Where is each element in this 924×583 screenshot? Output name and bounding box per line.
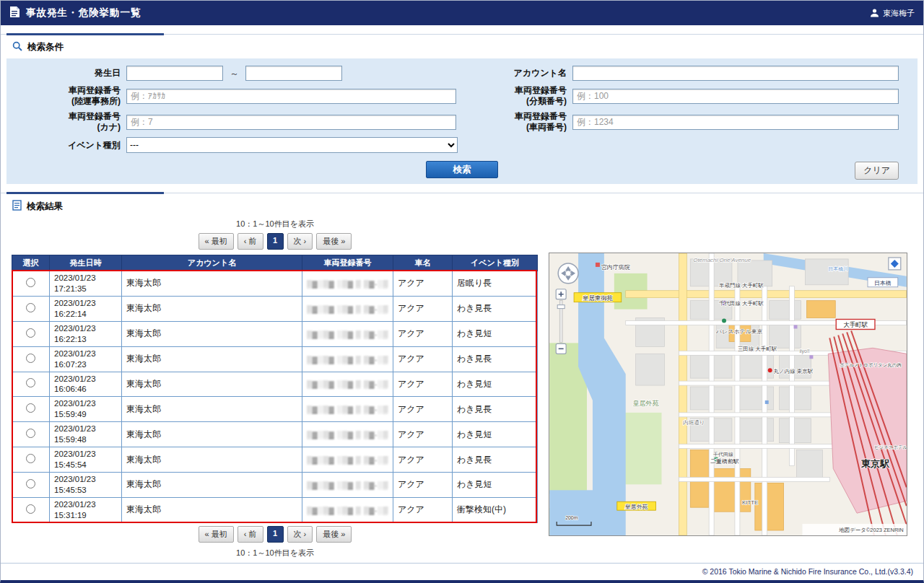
page-title: 事故発生・危険挙動一覧 — [26, 6, 141, 19]
page-last-button[interactable]: 最後 » — [316, 233, 352, 250]
page-next-button[interactable]: 次 › — [287, 526, 313, 543]
table-row: 2023/01/2315:59:48 東海太郎 ▒▓░▒▓ ░▒▓ ▒ ▒▓-░… — [12, 422, 538, 447]
event-type-cell: わき見短 — [453, 473, 538, 498]
map-panel[interactable]: 皇居東御苑 日本橋 大手町駅 皇居外苑 Otemachi One Avenue … — [549, 253, 907, 536]
select-cell[interactable] — [12, 296, 50, 321]
event-type-cell: わき見長 — [453, 397, 538, 422]
results-table-wrap: 選択 発生日時 アカウント名 車両登録番号 車名 イベント種別 2023/01/… — [12, 255, 537, 523]
map-zoom-out-button[interactable] — [556, 343, 566, 354]
datetime-cell: 2023/01/2315:45:54 — [50, 447, 122, 473]
map-zoom-in-button[interactable] — [556, 289, 566, 299]
table-header-row: 選択 発生日時 アカウント名 車両登録番号 車名 イベント種別 — [12, 255, 538, 271]
row-select-radio[interactable] — [26, 504, 35, 514]
car-name-cell: アクア — [393, 271, 453, 297]
row-select-radio[interactable] — [26, 328, 35, 338]
page-first-button[interactable]: « 最初 — [199, 233, 234, 250]
col-select: 選択 — [12, 255, 50, 271]
row-select-radio[interactable] — [26, 403, 35, 413]
reg-office-input[interactable] — [126, 89, 456, 104]
svg-text:皇居東御苑: 皇居東御苑 — [583, 294, 614, 302]
map-attribution: 地図データ©2023 ZENRIN — [802, 524, 906, 535]
registration-cell: ▒▓░▒▓ ░▒▓ ▒ ▒▓-░▒ — [302, 397, 393, 422]
svg-text:地図データ©2023 ZENRIN: 地図データ©2023 ZENRIN — [838, 527, 904, 533]
account-name-input[interactable] — [572, 66, 899, 81]
datetime-cell: 2023/01/2315:31:19 — [50, 497, 122, 522]
datetime-cell: 2023/01/2315:45:53 — [50, 473, 122, 498]
event-type-cell: わき見長 — [453, 447, 538, 473]
select-cell[interactable] — [12, 473, 50, 498]
row-select-radio[interactable] — [26, 278, 35, 287]
map-badge-nihonbashi: 日本橋 — [868, 278, 898, 287]
app-header: 事故発生・危険挙動一覧 東海梅子 — [1, 1, 923, 25]
account-cell: 東海太郎 — [122, 497, 302, 522]
reg-kana-input[interactable] — [126, 115, 456, 130]
datetime-cell: 2023/01/2315:59:49 — [50, 397, 122, 422]
select-cell[interactable] — [12, 397, 50, 422]
map-badge-otemachi-station: 大手町駅 — [836, 320, 875, 330]
svg-text:大手町駅: 大手町駅 — [843, 321, 868, 328]
map-label: 千代田線 大手町駅 — [719, 300, 764, 307]
map-label-tokyo-station: 東京駅 — [860, 458, 890, 469]
page-next-button[interactable]: 次 › — [287, 233, 313, 250]
svg-text:200m: 200m — [565, 515, 578, 520]
select-cell[interactable] — [12, 346, 50, 372]
row-select-radio[interactable] — [26, 479, 35, 488]
select-cell[interactable] — [12, 271, 50, 297]
page-prev-button[interactable]: ‹ 前 — [237, 233, 263, 250]
date-to-input[interactable] — [245, 66, 342, 81]
registration-cell: ▒▓░▒▓ ░▒▓ ▒ ▒▓-░▒ — [302, 346, 393, 372]
map-label: パレスホテル東京 — [715, 328, 763, 335]
page: 事故発生・危険挙動一覧 東海梅子 検索条件 発生日 ～ アカウント名 — [0, 0, 924, 583]
results-icon — [12, 200, 22, 213]
search-panel: 発生日 ～ アカウント名 車両登録番号 (陸運事務所) 車両登録番号 (分類番号… — [6, 58, 918, 184]
car-name-cell: アクア — [393, 397, 453, 422]
reg-kana-label: 車両登録番号 (カナ) — [12, 111, 126, 133]
row-select-radio[interactable] — [26, 378, 35, 387]
date-from-input[interactable] — [126, 66, 223, 81]
event-type-cell: わき見短 — [453, 321, 538, 346]
select-cell[interactable] — [12, 497, 50, 522]
map-zoom-slider-handle[interactable] — [557, 305, 565, 309]
page-prev-button[interactable]: ‹ 前 — [237, 526, 263, 543]
event-type-select[interactable]: --- — [126, 137, 458, 153]
table-row: 2023/01/2315:45:54 東海太郎 ▒▓░▒▓ ░▒▓ ▒ ▒▓-░… — [12, 447, 538, 473]
col-event-type: イベント種別 — [453, 255, 538, 271]
account-name-label: アカウント名 — [464, 68, 572, 79]
search-button[interactable]: 検索 — [426, 161, 498, 178]
map-pan-control[interactable] — [558, 263, 578, 284]
page-last-button[interactable]: 最後 » — [316, 526, 352, 543]
row-select-radio[interactable] — [26, 429, 35, 438]
select-cell[interactable] — [12, 372, 50, 397]
results-left: 10：1～10件目を表示 « 最初 ‹ 前 1 次 › 最後 » 選択 — [12, 218, 539, 562]
row-select-radio[interactable] — [26, 454, 35, 463]
car-name-cell: アクア — [393, 422, 453, 447]
car-name-cell: アクア — [393, 346, 453, 372]
user-area[interactable]: 東海梅子 — [870, 8, 915, 19]
select-cell[interactable] — [12, 321, 50, 346]
row-select-radio[interactable] — [26, 303, 35, 312]
table-row: 2023/01/2315:31:19 東海太郎 ▒▓░▒▓ ░▒▓ ▒ ▒▓-░… — [12, 497, 538, 522]
clear-button[interactable]: クリア — [855, 162, 899, 180]
map-label: 丸ノ内線 東京駅 — [774, 368, 814, 374]
table-row: 2023/01/2315:59:49 東海太郎 ▒▓░▒▓ ░▒▓ ▒ ▒▓-░… — [12, 397, 538, 422]
datetime-cell: 2023/01/2316:06:46 — [50, 372, 122, 397]
results-tbody: 2023/01/2317:21:35 東海太郎 ▒▓░▒▓ ░▒▓ ▒ ▒▓-░… — [12, 271, 538, 523]
map-label: 千代田線 — [713, 452, 733, 457]
account-cell: 東海太郎 — [122, 321, 302, 346]
table-row: 2023/01/2316:22:14 東海太郎 ▒▓░▒▓ ░▒▓ ▒ ▒▓-░… — [12, 296, 538, 321]
map-mode-button[interactable] — [889, 258, 901, 270]
event-type-cell: わき見長 — [453, 296, 538, 321]
select-cell[interactable] — [12, 447, 50, 473]
car-name-cell: アクア — [393, 447, 453, 473]
reg-number-input[interactable] — [572, 115, 899, 130]
reg-number-label: 車両登録番号 (車両番号) — [464, 111, 572, 133]
reg-class-input[interactable] — [572, 89, 899, 104]
result-count-bottom: 10：1～10件目を表示 — [12, 548, 539, 558]
select-cell[interactable] — [12, 422, 50, 447]
account-cell: 東海太郎 — [122, 422, 302, 447]
account-cell: 東海太郎 — [122, 447, 302, 473]
page-first-button[interactable]: « 最初 — [199, 526, 234, 543]
map-label: 宮内庁病院 — [601, 264, 630, 271]
registration-cell: ▒▓░▒▓ ░▒▓ ▒ ▒▓-░▒ — [302, 271, 393, 297]
row-select-radio[interactable] — [26, 354, 35, 363]
